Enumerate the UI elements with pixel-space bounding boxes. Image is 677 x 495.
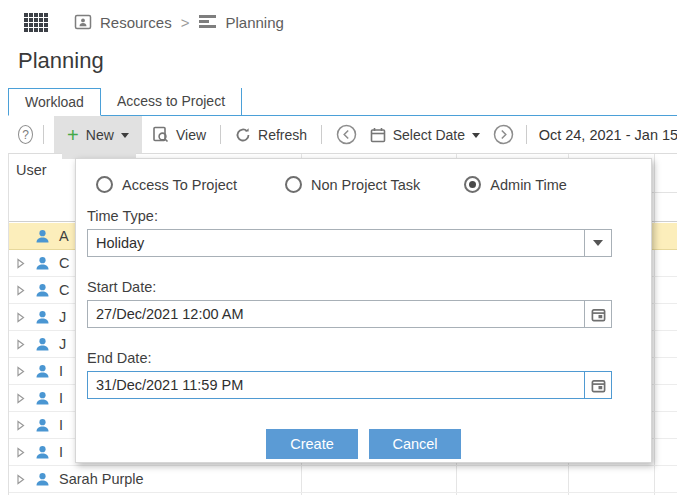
select-date-button[interactable]: Select Date bbox=[366, 116, 484, 153]
user-name: I bbox=[59, 390, 63, 406]
radio-admin-time[interactable]: Admin Time bbox=[464, 176, 567, 193]
expand-triangle-icon[interactable] bbox=[15, 339, 26, 350]
top-bar: Resources > Planning bbox=[24, 9, 284, 35]
person-icon bbox=[34, 390, 51, 407]
expand-triangle-icon[interactable] bbox=[15, 393, 26, 404]
user-column-header: User bbox=[16, 162, 47, 178]
entry-type-radios: Access To ProjectNon Project TaskAdmin T… bbox=[96, 176, 651, 193]
app-launcher-icon[interactable] bbox=[24, 13, 48, 32]
planning-list-icon bbox=[198, 14, 217, 30]
dropdown-arrow-button[interactable] bbox=[584, 230, 611, 256]
start-date-field bbox=[87, 300, 612, 328]
radio-label: Admin Time bbox=[490, 177, 567, 193]
chevron-down-icon bbox=[593, 240, 603, 246]
person-icon bbox=[34, 336, 51, 353]
radio-label: Access To Project bbox=[122, 177, 237, 193]
view-button-label: View bbox=[176, 127, 206, 143]
select-date-label: Select Date bbox=[393, 127, 465, 143]
breadcrumb-planning[interactable]: Planning bbox=[198, 14, 283, 31]
radio-access-to-project[interactable]: Access To Project bbox=[96, 176, 237, 193]
new-button[interactable]: + New bbox=[54, 116, 142, 153]
view-icon bbox=[152, 126, 169, 143]
refresh-button-label: Refresh bbox=[258, 127, 307, 143]
new-admin-time-dialog: Access To ProjectNon Project TaskAdmin T… bbox=[75, 158, 652, 463]
user-name: Sarah Purple bbox=[59, 471, 144, 487]
end-date-label: End Date: bbox=[87, 350, 651, 366]
radio-circle-icon[interactable] bbox=[96, 176, 113, 193]
tab-strip: Workload Access to Project bbox=[8, 88, 677, 116]
calendar-icon bbox=[370, 127, 386, 143]
person-icon bbox=[34, 471, 51, 488]
person-icon bbox=[34, 255, 51, 272]
chevron-down-icon bbox=[472, 133, 480, 138]
expand-triangle-icon[interactable] bbox=[15, 312, 26, 323]
time-type-select[interactable]: Holiday bbox=[87, 229, 612, 257]
start-date-label: Start Date: bbox=[87, 279, 651, 295]
cancel-button[interactable]: Cancel bbox=[369, 429, 461, 459]
user-name: I bbox=[59, 417, 63, 433]
toolbar-divider bbox=[220, 125, 221, 144]
time-type-value: Holiday bbox=[88, 230, 584, 256]
date-range-label: Oct 24, 2021 - Jan 15, 2022 bbox=[539, 127, 677, 143]
plus-icon: + bbox=[67, 125, 79, 145]
person-icon bbox=[34, 417, 51, 434]
tab-access-to-project[interactable]: Access to Project bbox=[101, 88, 242, 115]
user-row[interactable]: Sarah Purple bbox=[9, 466, 677, 493]
chevron-left-circle-icon bbox=[336, 124, 357, 145]
calendar-icon bbox=[591, 378, 606, 393]
person-icon bbox=[34, 363, 51, 380]
planning-screen: Resources > Planning Planning Workload A… bbox=[0, 0, 677, 495]
end-date-calendar-button[interactable] bbox=[584, 372, 611, 398]
end-date-input[interactable] bbox=[88, 372, 584, 398]
next-period-button[interactable] bbox=[489, 116, 518, 153]
end-date-field bbox=[87, 371, 612, 399]
time-type-label: Time Type: bbox=[87, 208, 651, 224]
toolbar: ? + New View Refresh bbox=[8, 116, 677, 153]
user-name: I bbox=[59, 363, 63, 379]
calendar-icon bbox=[591, 307, 606, 322]
expand-triangle-icon[interactable] bbox=[15, 258, 26, 269]
toolbar-divider bbox=[321, 125, 322, 144]
user-name: J bbox=[59, 336, 66, 352]
toolbar-divider bbox=[526, 125, 527, 144]
page-title: Planning bbox=[18, 48, 104, 74]
chevron-right-circle-icon bbox=[493, 124, 514, 145]
person-icon bbox=[34, 282, 51, 299]
radio-circle-icon[interactable] bbox=[464, 176, 481, 193]
user-name: A bbox=[59, 228, 69, 244]
breadcrumb-label: Resources bbox=[100, 14, 172, 31]
start-date-calendar-button[interactable] bbox=[584, 301, 611, 327]
dialog-buttons: Create Cancel bbox=[76, 429, 651, 459]
create-button[interactable]: Create bbox=[266, 429, 358, 459]
refresh-icon bbox=[235, 127, 251, 143]
expand-triangle-icon[interactable] bbox=[15, 420, 26, 431]
expand-triangle-icon[interactable] bbox=[15, 474, 26, 485]
refresh-button[interactable]: Refresh bbox=[231, 116, 311, 153]
breadcrumb-separator: > bbox=[181, 14, 190, 31]
person-icon bbox=[34, 309, 51, 326]
help-icon[interactable]: ? bbox=[18, 125, 33, 144]
tab-workload[interactable]: Workload bbox=[8, 88, 101, 116]
new-button-label: New bbox=[86, 127, 114, 143]
user-name: C bbox=[59, 282, 69, 298]
radio-non-project-task[interactable]: Non Project Task bbox=[285, 176, 420, 193]
expand-triangle-icon[interactable] bbox=[15, 285, 26, 296]
breadcrumb-resources[interactable]: Resources bbox=[74, 13, 172, 31]
radio-label: Non Project Task bbox=[311, 177, 420, 193]
radio-circle-icon[interactable] bbox=[285, 176, 302, 193]
user-name: C bbox=[59, 255, 69, 271]
user-name: J bbox=[59, 309, 66, 325]
user-name: I bbox=[59, 444, 63, 460]
person-icon bbox=[34, 228, 51, 245]
toolbar-divider bbox=[43, 125, 44, 144]
start-date-input[interactable] bbox=[88, 301, 584, 327]
resources-folder-icon bbox=[74, 13, 92, 31]
previous-period-button[interactable] bbox=[332, 116, 361, 153]
chevron-down-icon bbox=[121, 133, 129, 138]
view-button[interactable]: View bbox=[148, 116, 210, 153]
breadcrumb-label: Planning bbox=[225, 14, 283, 31]
expand-triangle-icon[interactable] bbox=[15, 366, 26, 377]
person-icon bbox=[34, 444, 51, 461]
expand-triangle-icon[interactable] bbox=[15, 447, 26, 458]
